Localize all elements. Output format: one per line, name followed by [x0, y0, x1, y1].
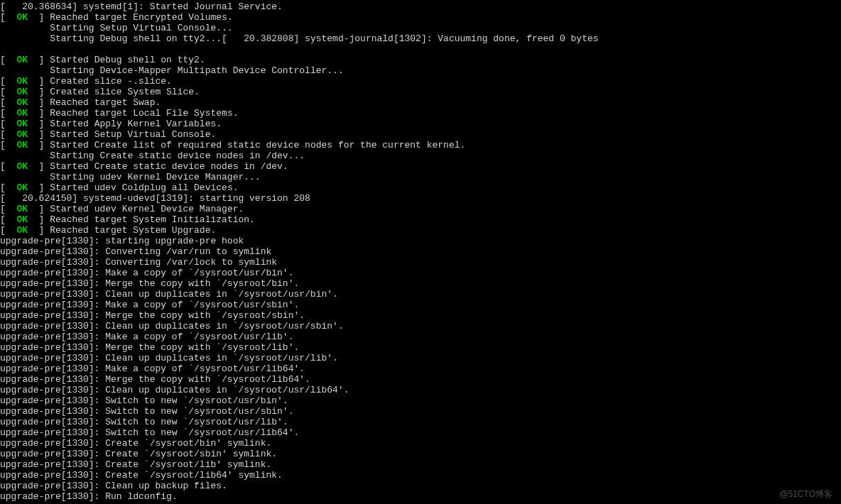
status-ok: OK	[16, 182, 28, 193]
bracket-close: ]	[28, 12, 50, 23]
console-message: upgrade-pre[1330]: Converting /var/lock …	[0, 257, 277, 268]
console-line: upgrade-pre[1330]: Converting /var/lock …	[0, 257, 841, 268]
bracket-open: [	[0, 161, 16, 172]
console-message: Started Create static device nodes in /d…	[50, 161, 288, 172]
console-message: Reached target System Upgrade.	[50, 225, 216, 236]
console-message: Starting Debug shell on tty2...[ 20.3828…	[50, 33, 598, 44]
console-message: Starting Create static device nodes in /…	[50, 150, 305, 161]
console-message: upgrade-pre[1330]: Run ldconfig.	[0, 491, 178, 502]
status-ok: OK	[16, 12, 28, 23]
console-line: upgrade-pre[1330]: Clean up duplicates i…	[0, 353, 841, 363]
console-message: Started udev Coldplug all Devices.	[50, 182, 238, 193]
bracket-open: [	[0, 225, 16, 236]
console-message: upgrade-pre[1330]: Merge the copy with `…	[0, 374, 310, 385]
bracket-close: ]	[28, 87, 50, 97]
console-message: upgrade-pre[1330]: Create `/sysroot/bin'…	[0, 438, 271, 449]
console-message: Started udev Kernel Device Manager.	[50, 204, 244, 214]
console-message: Started Debug shell on tty2.	[50, 55, 205, 65]
bracket-open: [	[0, 97, 16, 108]
console-line: [ 20.624150] systemd-udevd[1319]: starti…	[0, 193, 841, 204]
console-message: upgrade-pre[1330]: Make a copy of `/sysr…	[0, 363, 305, 374]
console-line: [ OK ] Reached target System Upgrade.	[0, 225, 841, 236]
console-message: upgrade-pre[1330]: Clean up duplicates i…	[0, 353, 338, 363]
console-line: [ OK ] Started Debug shell on tty2.	[0, 55, 841, 65]
console-message: Reached target Swap.	[50, 97, 161, 108]
status-ok: OK	[16, 108, 28, 119]
bracket-close: ]	[28, 182, 50, 193]
bracket-close: ]	[28, 119, 50, 129]
console-line: upgrade-pre[1330]: Switch to new `/sysro…	[0, 427, 841, 438]
status-ok: OK	[16, 140, 28, 150]
console-message: Reached target Local File Systems.	[50, 108, 238, 119]
console-line: upgrade-pre[1330]: Make a copy of `/sysr…	[0, 363, 841, 374]
console-line: [ OK ] Reached target Encrypted Volumes.	[0, 12, 841, 23]
bracket-open: [	[0, 76, 16, 87]
console-line: [ OK ] Started Setup Virtual Console.	[0, 129, 841, 140]
console-message: upgrade-pre[1330]: Create `/sysroot/lib'…	[0, 459, 271, 470]
console-line: [ OK ] Started udev Kernel Device Manage…	[0, 204, 841, 214]
bracket-close: ]	[28, 108, 50, 119]
console-line: [ OK ] Reached target Local File Systems…	[0, 108, 841, 119]
bracket-close: ]	[28, 140, 50, 150]
bracket-open: [	[0, 214, 16, 225]
console-message: upgrade-pre[1330]: Clean up duplicates i…	[0, 385, 349, 395]
console-line: Starting Debug shell on tty2...[ 20.3828…	[0, 33, 841, 44]
bracket-open: [	[0, 12, 16, 23]
console-line: [ OK ] Created slice System Slice.	[0, 87, 841, 97]
console-message: Created slice -.slice.	[50, 76, 172, 87]
bracket-close: ]	[28, 161, 50, 172]
console-message: upgrade-pre[1330]: Clean up duplicates i…	[0, 289, 338, 300]
console-line: Starting Create static device nodes in /…	[0, 150, 841, 161]
console-message: Started Apply Kernel Variables.	[50, 119, 222, 129]
console-message: [ 20.368634] systemd[1]: Started Journal…	[0, 1, 283, 12]
console-line: upgrade-pre[1330]: Merge the copy with `…	[0, 374, 841, 385]
bracket-open: [	[0, 119, 16, 129]
bracket-close: ]	[28, 55, 50, 65]
console-message: Starting udev Kernel Device Manager...	[50, 172, 260, 182]
console-line: upgrade-pre[1330]: Merge the copy with `…	[0, 310, 841, 321]
console-line: upgrade-pre[1330]: Switch to new `/sysro…	[0, 417, 841, 427]
console-message: upgrade-pre[1330]: Switch to new `/sysro…	[0, 395, 288, 406]
indent-pad	[0, 33, 50, 44]
console-message: upgrade-pre[1330]: Converting /var/run t…	[0, 246, 271, 257]
bracket-close: ]	[28, 214, 50, 225]
status-ok: OK	[16, 119, 28, 129]
bracket-close: ]	[28, 225, 50, 236]
boot-console: [ 20.368634] systemd[1]: Started Journal…	[0, 0, 841, 502]
console-message: Starting Setup Virtual Console...	[50, 23, 232, 33]
console-message: upgrade-pre[1330]: Make a copy of `/sysr…	[0, 268, 293, 278]
bracket-close: ]	[28, 97, 50, 108]
console-line: Starting udev Kernel Device Manager...	[0, 172, 841, 182]
console-message: Created slice System Slice.	[50, 87, 200, 97]
console-line: upgrade-pre[1330]: Run ldconfig.	[0, 491, 841, 502]
console-line: upgrade-pre[1330]: Make a copy of `/sysr…	[0, 332, 841, 342]
status-ok: OK	[16, 55, 28, 65]
console-message: upgrade-pre[1330]: Make a copy of `/sysr…	[0, 300, 299, 310]
status-ok: OK	[16, 87, 28, 97]
status-ok: OK	[16, 225, 28, 236]
console-line	[0, 44, 841, 55]
bracket-open: [	[0, 87, 16, 97]
console-line: upgrade-pre[1330]: Create `/sysroot/bin'…	[0, 438, 841, 449]
console-line: upgrade-pre[1330]: Merge the copy with `…	[0, 278, 841, 289]
status-ok: OK	[16, 129, 28, 140]
console-line: upgrade-pre[1330]: Clean up duplicates i…	[0, 289, 841, 300]
console-message: Starting Device-Mapper Multipath Device …	[50, 65, 343, 76]
console-line: [ OK ] Started Create static device node…	[0, 161, 841, 172]
console-line: upgrade-pre[1330]: Merge the copy with `…	[0, 342, 841, 353]
console-message: [ 20.624150] systemd-udevd[1319]: starti…	[0, 193, 310, 204]
console-line: upgrade-pre[1330]: Clean up backup files…	[0, 481, 841, 491]
console-message: upgrade-pre[1330]: Merge the copy with `…	[0, 310, 305, 321]
console-line: upgrade-pre[1330]: starting upgrade-pre …	[0, 236, 841, 246]
console-line: [ OK ] Reached target Swap.	[0, 97, 841, 108]
console-line: [ OK ] Reached target System Initializat…	[0, 214, 841, 225]
bracket-open: [	[0, 204, 16, 214]
console-line: [ OK ] Started udev Coldplug all Devices…	[0, 182, 841, 193]
bracket-open: [	[0, 108, 16, 119]
console-message: Reached target Encrypted Volumes.	[50, 12, 232, 23]
console-message: upgrade-pre[1330]: Clean up duplicates i…	[0, 321, 344, 332]
watermark-label: @51CTO博客	[779, 489, 832, 500]
console-line: upgrade-pre[1330]: Converting /var/run t…	[0, 246, 841, 257]
console-line: [ OK ] Created slice -.slice.	[0, 76, 841, 87]
console-message: upgrade-pre[1330]: Switch to new `/sysro…	[0, 417, 288, 427]
